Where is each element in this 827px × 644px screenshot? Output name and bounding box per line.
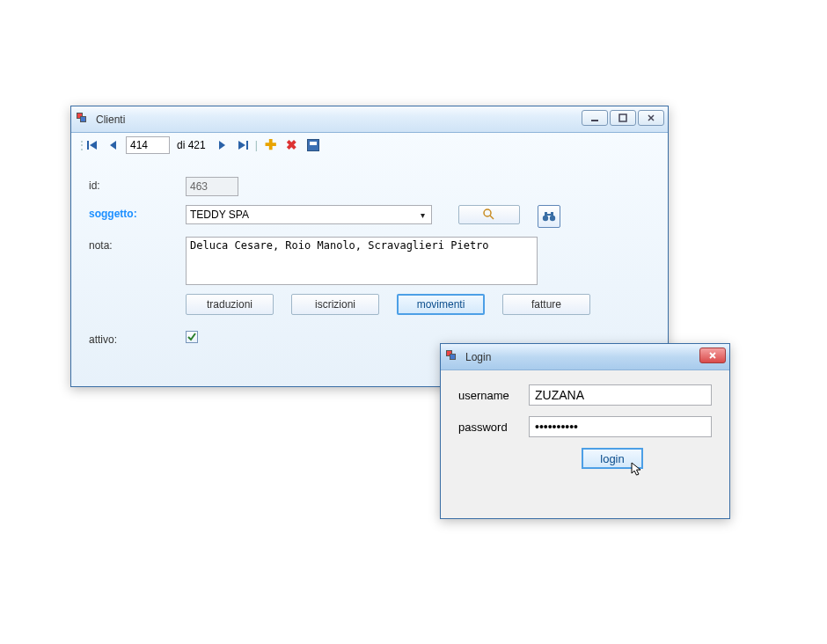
soggetto-label: soggetto:	[89, 205, 186, 220]
attivo-label: attivo:	[89, 331, 186, 346]
username-label: username	[458, 389, 529, 402]
username-field[interactable]	[529, 384, 712, 406]
svg-point-11	[550, 216, 555, 221]
svg-point-10	[543, 216, 548, 221]
login-title: Login	[465, 351, 491, 363]
delete-record-button[interactable]: ✖	[283, 136, 301, 154]
binoculars-icon	[542, 210, 556, 223]
svg-line-9	[490, 216, 494, 219]
plus-icon: ✚	[265, 139, 276, 151]
id-field	[186, 177, 238, 196]
iscrizioni-button[interactable]: iscrizioni	[291, 294, 379, 315]
password-label: password	[458, 421, 529, 434]
svg-marker-5	[219, 141, 225, 150]
soggetto-combobox[interactable]: TEDDY SPA ▾	[186, 205, 432, 224]
search-icon	[482, 208, 496, 222]
password-field[interactable]	[529, 416, 712, 437]
delete-icon: ✖	[286, 139, 297, 151]
svg-rect-13	[551, 212, 553, 216]
app-icon	[77, 113, 91, 127]
svg-rect-1	[619, 114, 626, 121]
clienti-titlebar[interactable]: Clienti	[71, 106, 668, 133]
save-icon	[307, 139, 319, 151]
cursor-icon	[631, 462, 643, 480]
svg-marker-3	[90, 141, 97, 150]
close-button[interactable]	[638, 110, 664, 126]
attivo-checkbox[interactable]	[186, 331, 198, 343]
id-label: id:	[89, 177, 186, 192]
maximize-button[interactable]	[610, 110, 636, 126]
soggetto-value: TEDDY SPA	[190, 209, 249, 221]
svg-rect-7	[246, 141, 248, 150]
chevron-down-icon: ▾	[415, 210, 429, 220]
record-total-label: di 421	[177, 139, 206, 151]
clienti-title: Clienti	[96, 113, 125, 126]
svg-rect-2	[87, 141, 89, 150]
svg-rect-12	[545, 212, 547, 216]
save-record-button[interactable]	[304, 136, 322, 154]
traduzioni-button[interactable]: traduzioni	[186, 294, 274, 315]
login-titlebar[interactable]: Login	[441, 344, 729, 370]
minimize-button[interactable]	[582, 110, 608, 126]
close-button[interactable]	[699, 348, 726, 363]
svg-point-8	[484, 209, 491, 216]
binding-navigator: ⋮ di 421 | ✚ ✖	[71, 133, 668, 157]
fatture-button[interactable]: fatture	[502, 294, 590, 315]
login-window: Login username password login	[440, 343, 730, 519]
last-record-button[interactable]	[234, 136, 252, 154]
movimenti-button[interactable]: movimenti	[397, 294, 485, 315]
svg-rect-14	[547, 214, 551, 216]
first-record-button[interactable]	[84, 136, 101, 154]
svg-rect-0	[591, 120, 598, 121]
login-button[interactable]: login	[582, 448, 643, 469]
search-button[interactable]	[458, 205, 520, 224]
nota-label: nota:	[89, 237, 186, 252]
svg-marker-4	[110, 141, 116, 150]
next-record-button[interactable]	[213, 136, 231, 154]
nota-field[interactable]	[186, 237, 538, 285]
app-icon	[446, 350, 460, 364]
record-position-input[interactable]	[126, 136, 170, 154]
add-record-button[interactable]: ✚	[262, 136, 280, 154]
svg-marker-6	[238, 141, 245, 150]
prev-record-button[interactable]	[105, 136, 122, 154]
find-button[interactable]	[538, 205, 560, 228]
